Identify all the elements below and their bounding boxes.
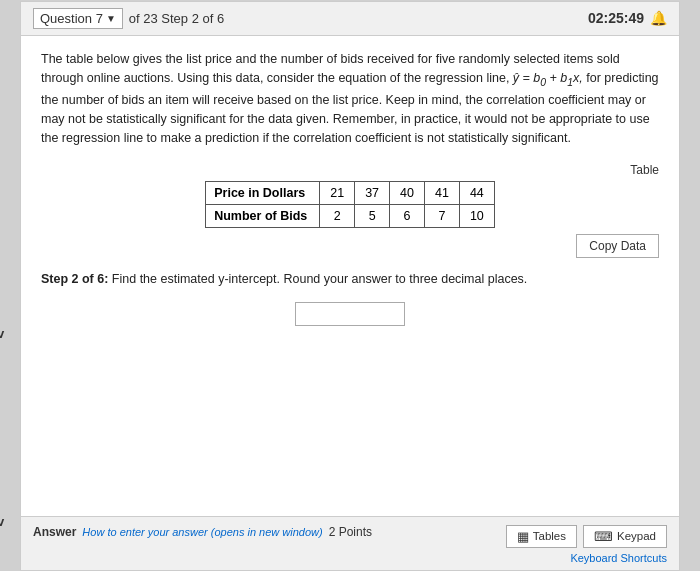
question-label: Question 7 — [40, 11, 103, 26]
bids-val-2: 5 — [355, 204, 390, 227]
answer-input-field[interactable] — [295, 302, 405, 326]
tables-label: Tables — [533, 530, 566, 542]
header-left: Question 7 ▼ of 23 Step 2 of 6 — [33, 8, 224, 29]
bids-val-3: 6 — [390, 204, 425, 227]
bottom-left: Answer How to enter your answer (opens i… — [33, 525, 372, 539]
price-header: Price in Dollars — [206, 181, 320, 204]
timer-display: 02:25:49 — [588, 10, 644, 26]
answer-label: Answer — [33, 525, 76, 539]
bids-header: Number of Bids — [206, 204, 320, 227]
data-table-wrapper: Price in Dollars 21 37 40 41 44 Number o… — [41, 181, 659, 228]
bottom-right: ▦ Tables ⌨ Keypad Keyboard Shortcuts — [506, 525, 667, 564]
bottom-bar: Answer How to enter your answer (opens i… — [21, 516, 679, 570]
table-row-bids: Number of Bids 2 5 6 7 10 — [206, 204, 495, 227]
prev-button[interactable]: Prev — [0, 326, 4, 341]
keypad-icon: ⌨ — [594, 529, 613, 544]
nav-left-button[interactable]: < — [0, 275, 1, 296]
step-description: Find the estimated y-intercept. Round yo… — [112, 272, 528, 286]
bids-val-4: 7 — [424, 204, 459, 227]
timer-icon: 🔔 — [650, 10, 667, 26]
keyboard-shortcuts-link[interactable]: Keyboard Shortcuts — [570, 552, 667, 564]
price-val-2: 37 — [355, 181, 390, 204]
content-area: The table below gives the list price and… — [21, 36, 679, 516]
answer-input-area — [41, 302, 659, 326]
keypad-label: Keypad — [617, 530, 656, 542]
table-label: Table — [41, 163, 659, 177]
header-right: 02:25:49 🔔 — [588, 10, 667, 26]
price-val-1: 21 — [320, 181, 355, 204]
prev-label[interactable]: Prev — [0, 514, 4, 529]
table-row-price: Price in Dollars 21 37 40 41 44 — [206, 181, 495, 204]
dropdown-arrow-icon: ▼ — [106, 13, 116, 24]
data-table: Price in Dollars 21 37 40 41 44 Number o… — [205, 181, 495, 228]
bottom-right-buttons: ▦ Tables ⌨ Keypad — [506, 525, 667, 548]
price-val-5: 44 — [459, 181, 494, 204]
step-label: Step 2 of 6: — [41, 272, 108, 286]
header-bar: Question 7 ▼ of 23 Step 2 of 6 02:25:49 … — [21, 2, 679, 36]
tables-button[interactable]: ▦ Tables — [506, 525, 577, 548]
math-equation: ŷ = b0 + b1x, — [513, 71, 583, 85]
grid-icon: ▦ — [517, 529, 529, 544]
question-paragraph: The table below gives the list price and… — [41, 50, 659, 149]
step-text: Step 2 of 6: Find the estimated y-interc… — [41, 270, 659, 289]
price-val-3: 40 — [390, 181, 425, 204]
how-to-link[interactable]: How to enter your answer (opens in new w… — [82, 526, 322, 538]
copy-data-button[interactable]: Copy Data — [576, 234, 659, 258]
question-dropdown[interactable]: Question 7 ▼ — [33, 8, 123, 29]
price-val-4: 41 — [424, 181, 459, 204]
bids-val-1: 2 — [320, 204, 355, 227]
of-total-label: of 23 Step 2 of 6 — [129, 11, 224, 26]
keypad-button[interactable]: ⌨ Keypad — [583, 525, 667, 548]
copy-data-wrapper: Copy Data — [41, 234, 659, 258]
bids-val-5: 10 — [459, 204, 494, 227]
points-label: 2 Points — [329, 525, 372, 539]
